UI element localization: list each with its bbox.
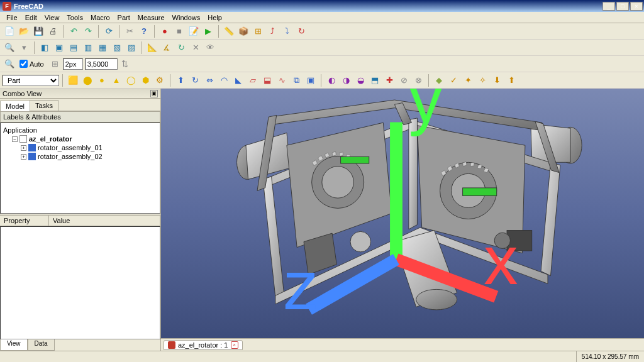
expand-icon[interactable]: − [12, 136, 18, 142]
sweep-icon[interactable]: ∿ [275, 74, 289, 87]
tree-document[interactable]: − az_el_rotator [3, 134, 157, 143]
tab-model[interactable]: Model [0, 101, 30, 111]
export-icon[interactable]: ⬆ [504, 74, 518, 87]
menu-edit[interactable]: Edit [21, 13, 41, 22]
model-tree[interactable]: Application − az_el_rotator + rotator_as… [0, 123, 160, 214]
make-face-icon[interactable]: ◆ [432, 74, 446, 87]
menu-measure[interactable]: Measure [134, 13, 169, 22]
loft-icon[interactable]: ⬓ [260, 74, 274, 87]
tab-tasks[interactable]: Tasks [30, 100, 58, 111]
tab-data[interactable]: Data [28, 339, 55, 351]
cross-icon[interactable]: ✚ [382, 74, 396, 87]
measure-clear-icon[interactable]: ✕ [189, 41, 203, 55]
save-file-icon[interactable]: 💾 [31, 25, 45, 38]
section-icon[interactable]: ⊘ [397, 74, 411, 87]
whatsthis-icon[interactable]: ? [137, 25, 151, 38]
measure-linear-icon[interactable]: 📐 [145, 41, 159, 55]
extrude-icon[interactable]: ⬆ [174, 74, 187, 87]
snap-px-input[interactable] [63, 58, 83, 70]
ruled-icon[interactable]: ▱ [246, 74, 260, 87]
cross-section-icon[interactable]: ⊗ [411, 74, 425, 87]
menu-help[interactable]: Help [204, 13, 226, 22]
part-box-icon[interactable]: 🟨 [66, 74, 80, 87]
menu-part[interactable]: Part [114, 13, 134, 22]
snap-num-input[interactable] [85, 58, 118, 70]
measure-refresh-icon[interactable]: ↻ [174, 41, 188, 55]
measure-toggle-icon[interactable]: 👁 [203, 41, 217, 55]
view-front-icon[interactable]: ▣ [52, 41, 66, 55]
parts-library-icon[interactable]: 📦 [236, 25, 250, 38]
part-sphere-icon[interactable]: ● [95, 74, 109, 87]
mirror-icon[interactable]: ⇔ [203, 74, 216, 87]
part-builder-icon[interactable]: ⚙ [153, 74, 167, 87]
menu-view[interactable]: View [41, 13, 64, 22]
tab-view[interactable]: View [0, 339, 28, 351]
print-icon[interactable]: 🖨 [46, 25, 60, 38]
part-torus-icon[interactable]: ◯ [124, 74, 138, 87]
compound-icon[interactable]: ⬒ [368, 74, 382, 87]
part-primitives-icon[interactable]: ⬢ [138, 74, 152, 87]
cut-icon[interactable]: ✂ [123, 25, 136, 38]
xyz-icon[interactable]: ⊞ [251, 25, 265, 38]
macro-edit-icon[interactable]: 📝 [187, 25, 201, 38]
undo-icon[interactable]: ↶ [67, 25, 80, 38]
view-right-icon[interactable]: ▥ [81, 41, 95, 55]
part-cylinder-icon[interactable]: ⬤ [80, 74, 94, 87]
axis-icon-2[interactable]: ⤵ [280, 25, 294, 38]
menu-file[interactable]: File [3, 13, 21, 22]
expand-icon[interactable]: + [21, 154, 26, 160]
zoom-fit-icon[interactable]: 🔍 [3, 41, 16, 55]
drawstyle-icon[interactable]: ▾ [17, 41, 31, 55]
macro-record-icon[interactable]: ● [158, 25, 172, 38]
revolve-icon[interactable]: ↻ [188, 74, 202, 87]
axis-icon-1[interactable]: ⤴ [265, 25, 279, 38]
boolean-cut-icon[interactable]: ◐ [325, 74, 338, 87]
defeature-icon[interactable]: ✧ [475, 74, 489, 87]
view-bottom-icon[interactable]: ▧ [110, 41, 124, 55]
value-col[interactable]: Value [49, 216, 160, 226]
refine-icon[interactable]: ✦ [461, 74, 475, 87]
maximize-button[interactable]: □ [616, 2, 629, 11]
tree-root[interactable]: Application [3, 126, 157, 134]
tree-item[interactable]: + rotator_assembly_02 [3, 152, 157, 161]
3d-view[interactable]: y x z [161, 89, 644, 338]
workbench-select[interactable]: Part [3, 75, 59, 86]
new-file-icon[interactable]: 📄 [3, 25, 16, 38]
open-file-icon[interactable]: 📂 [17, 25, 31, 38]
minimize-button[interactable]: _ [602, 2, 615, 11]
sync-icon[interactable]: ↻ [294, 25, 308, 38]
close-tab-icon[interactable]: × [231, 341, 238, 349]
view-left-icon[interactable]: ▨ [125, 41, 138, 55]
menu-windows[interactable]: Windows [169, 13, 204, 22]
thickness-icon[interactable]: ▣ [304, 74, 318, 87]
macro-play-icon[interactable]: ▶ [201, 25, 215, 38]
menu-tools[interactable]: Tools [63, 13, 87, 22]
document-tab[interactable]: az_el_rotator : 1 × [164, 340, 243, 350]
boolean-union-icon[interactable]: ◑ [339, 74, 353, 87]
navigation-axis-icon[interactable]: y x z [161, 89, 638, 322]
boolean-intersect-icon[interactable]: ◒ [353, 74, 367, 87]
measure-distance-icon[interactable]: 📏 [222, 25, 236, 38]
expand-icon[interactable]: + [21, 145, 26, 151]
part-cone-icon[interactable]: ▲ [109, 74, 123, 87]
panel-undock-icon[interactable]: ▣ [150, 90, 158, 97]
refresh-icon[interactable]: ⟳ [102, 25, 116, 38]
property-col[interactable]: Property [0, 216, 49, 226]
redo-icon[interactable]: ↷ [81, 25, 95, 38]
auto-checkbox[interactable] [19, 60, 28, 68]
offset-icon[interactable]: ⧉ [289, 74, 303, 87]
tree-item[interactable]: + rotator_assembly_01 [3, 143, 157, 152]
close-button[interactable]: × [630, 2, 643, 11]
property-body[interactable] [0, 226, 160, 339]
measure-angular-icon[interactable]: ∡ [160, 41, 174, 55]
menu-macro[interactable]: Macro [87, 13, 114, 22]
snap-stepper-icon[interactable]: ⇅ [118, 57, 132, 71]
view-rear-icon[interactable]: ▦ [96, 41, 109, 55]
fillet-icon[interactable]: ◠ [217, 74, 231, 87]
chamfer-icon[interactable]: ◣ [231, 74, 245, 87]
check-geom-icon[interactable]: ✓ [447, 74, 460, 87]
view-top-icon[interactable]: ▤ [67, 41, 80, 55]
macro-stop-icon[interactable]: ■ [172, 25, 186, 38]
view-iso-icon[interactable]: ◧ [38, 41, 52, 55]
zoom-icon[interactable]: 🔍 [3, 57, 16, 71]
